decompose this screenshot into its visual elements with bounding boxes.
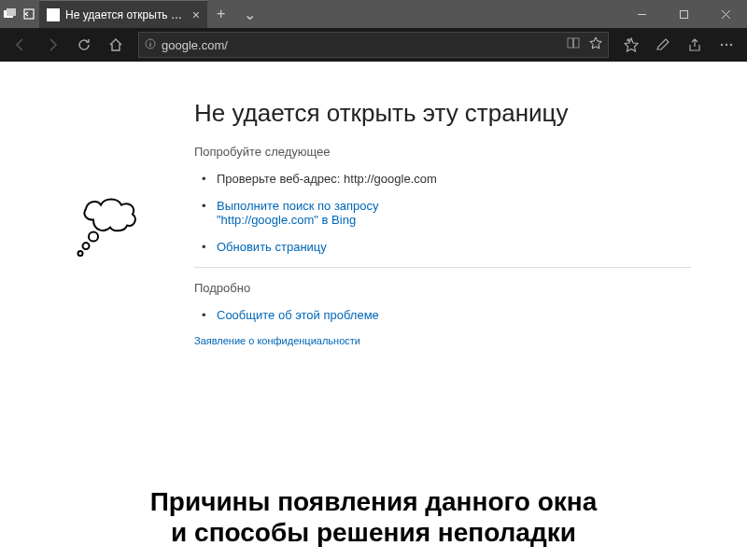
new-tab-button[interactable]: + — [207, 0, 234, 28]
suggestions-list: Проверьте веб-адрес: http://google.com В… — [194, 172, 691, 254]
reading-view-icon[interactable] — [567, 36, 580, 53]
menu-button[interactable] — [712, 30, 741, 60]
tab-close-button[interactable]: × — [192, 7, 200, 22]
overlay-caption: Причины появления данного окна и способы… — [0, 486, 747, 549]
try-following-heading: Попробуйте следующее — [194, 145, 691, 159]
svg-point-18 — [83, 243, 90, 249]
privacy-statement-link[interactable]: Заявление о конфиденциальности — [194, 335, 691, 346]
tab-actions-button[interactable]: ⌄ — [234, 0, 265, 28]
window-titlebar: Не удается открыть эту × + ⌄ — [0, 0, 747, 28]
url-input[interactable] — [162, 38, 561, 52]
search-bing-link[interactable]: Выполните поиск по запросу"http://google… — [217, 199, 379, 227]
close-window-button[interactable] — [705, 0, 747, 28]
refresh-page-link[interactable]: Обновить страницу — [217, 240, 327, 254]
tab-favicon — [47, 8, 60, 21]
browser-tab[interactable]: Не удается открыть эту × — [39, 0, 207, 28]
details-heading: Подробно — [194, 281, 691, 295]
svg-rect-1 — [7, 8, 16, 16]
app-icon-2 — [22, 8, 35, 20]
address-bar[interactable] — [138, 32, 609, 58]
divider — [194, 267, 691, 268]
site-info-icon[interactable] — [145, 38, 156, 52]
forward-button[interactable] — [37, 30, 67, 60]
maximize-button[interactable] — [663, 0, 705, 28]
refresh-button[interactable] — [69, 30, 99, 60]
minimize-button[interactable] — [621, 0, 663, 28]
favorites-hub-button[interactable] — [616, 30, 646, 60]
svg-rect-11 — [574, 38, 580, 48]
notes-button[interactable] — [648, 30, 678, 60]
report-problem-link[interactable]: Сообщите об этой проблеме — [217, 308, 379, 322]
error-title: Не удается открыть эту страницу — [194, 99, 691, 128]
error-page-content: Не удается открыть эту страницу Попробуй… — [0, 62, 747, 346]
svg-point-14 — [721, 44, 723, 46]
browser-toolbar — [0, 28, 747, 62]
svg-point-17 — [89, 232, 98, 242]
svg-rect-10 — [568, 38, 573, 48]
svg-point-16 — [730, 44, 732, 46]
favorite-star-icon[interactable] — [589, 36, 602, 53]
home-button[interactable] — [101, 30, 131, 60]
svg-point-19 — [78, 251, 83, 256]
svg-rect-4 — [681, 10, 688, 18]
suggestion-search-bing: Выполните поиск по запросу"http://google… — [205, 199, 691, 227]
svg-point-15 — [726, 44, 727, 46]
app-icon-1 — [4, 8, 17, 20]
suggestion-report: Сообщите об этой проблеме — [205, 308, 691, 322]
share-button[interactable] — [680, 30, 710, 60]
tab-title: Не удается открыть эту — [65, 8, 187, 21]
back-button[interactable] — [6, 30, 35, 60]
window-controls — [621, 0, 747, 28]
suggestion-refresh: Обновить страницу — [205, 240, 691, 254]
thought-cloud-icon — [75, 106, 149, 346]
suggestion-check-address: Проверьте веб-адрес: http://google.com — [205, 172, 691, 186]
taskbar-icons — [0, 0, 39, 28]
